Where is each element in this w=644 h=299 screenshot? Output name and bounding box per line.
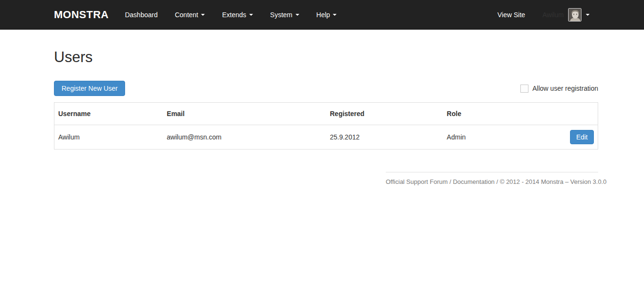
view-site-link[interactable]: View Site — [489, 0, 534, 29]
nav-item-label: System — [270, 11, 293, 19]
column-header-registered: Registered — [326, 103, 443, 125]
toolbar: Register New User Allow user registratio… — [54, 81, 598, 96]
cell-registered: 25.9.2012 — [326, 125, 443, 150]
column-header-role: Role — [443, 103, 563, 125]
footer-text: Official Support Forum / Documentation /… — [386, 178, 598, 185]
support-forum-link[interactable]: Official Support Forum — [386, 178, 448, 185]
chevron-down-icon — [296, 14, 299, 16]
allow-user-registration-checkbox[interactable] — [520, 85, 528, 93]
nav-item-label: Dashboard — [125, 11, 158, 19]
brand-logo[interactable]: MONSTRA — [54, 9, 109, 21]
footer-separator: / — [448, 178, 453, 185]
footer-separator: / — [495, 178, 500, 185]
nav-item-help[interactable]: Help — [308, 0, 346, 29]
chevron-down-icon — [333, 14, 337, 16]
main-content: Users Register New User Allow user regis… — [54, 49, 598, 185]
documentation-link[interactable]: Documentation — [453, 178, 495, 185]
user-menu[interactable]: Awilum — [534, 0, 598, 29]
chevron-down-icon — [201, 14, 205, 16]
cell-email: awilum@msn.com — [163, 125, 326, 150]
nav-item-extends[interactable]: Extends — [213, 0, 262, 29]
nav-item-label: Help — [317, 11, 330, 19]
chevron-down-icon — [249, 14, 253, 16]
column-header-email: Email — [163, 103, 326, 125]
column-header-actions — [562, 103, 598, 125]
users-table: Username Email Registered Role Awilum aw… — [54, 102, 598, 150]
column-header-username: Username — [54, 103, 163, 125]
footer-copyright: © 2012 - 2014 Monstra – Version 3.0.0 — [500, 178, 607, 185]
nav-item-content[interactable]: Content — [166, 0, 213, 29]
nav-item-system[interactable]: System — [262, 0, 308, 29]
table-header-row: Username Email Registered Role — [54, 103, 598, 125]
nav-item-label: Extends — [222, 11, 246, 19]
cell-actions: Edit — [562, 125, 598, 150]
cell-username: Awilum — [54, 125, 163, 150]
allow-user-registration-control[interactable]: Allow user registration — [520, 85, 598, 93]
register-new-user-button[interactable]: Register New User — [54, 81, 125, 96]
allow-user-registration-label: Allow user registration — [532, 85, 598, 92]
page-footer: Official Support Forum / Documentation /… — [386, 172, 598, 185]
nav-item-label: Content — [175, 11, 198, 19]
main-nav: Dashboard Content Extends System Help — [116, 0, 346, 29]
username-label: Awilum — [542, 11, 564, 19]
edit-user-button[interactable]: Edit — [570, 130, 594, 144]
view-site-label: View Site — [497, 11, 525, 19]
table-row: Awilum awilum@msn.com 25.9.2012 Admin Ed… — [54, 125, 598, 150]
cell-role: Admin — [443, 125, 563, 150]
nav-item-dashboard[interactable]: Dashboard — [116, 0, 167, 29]
user-avatar — [568, 8, 581, 21]
chevron-down-icon — [586, 14, 590, 16]
footer-divider — [386, 172, 598, 172]
top-navbar: MONSTRA Dashboard Content Extends System… — [0, 0, 644, 30]
page-title: Users — [54, 49, 598, 65]
navbar-right: View Site Awilum — [489, 0, 598, 29]
